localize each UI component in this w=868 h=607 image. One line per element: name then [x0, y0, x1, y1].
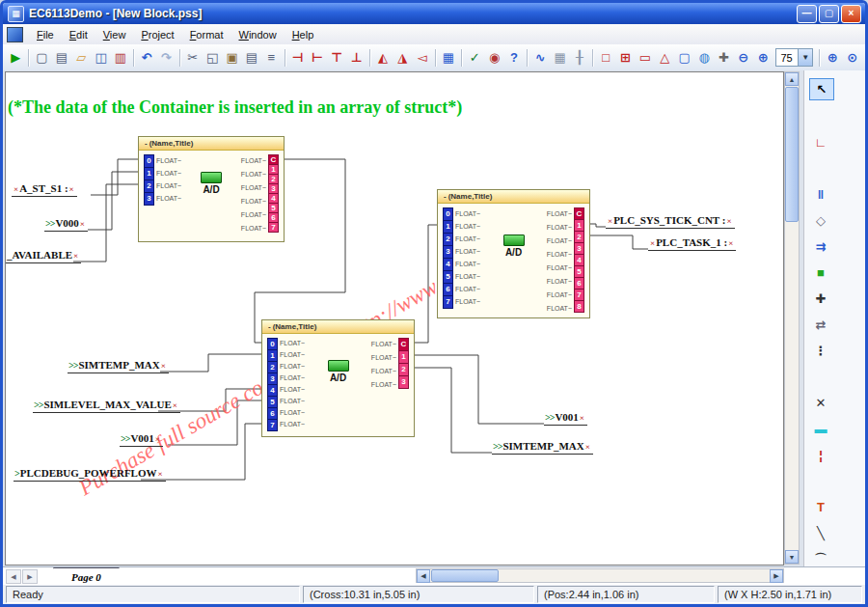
input-pin[interactable]: 2 [443, 234, 453, 246]
menu-window[interactable]: Window [231, 26, 284, 43]
diagram-canvas[interactable]: (*The data of the Container is inserted … [5, 71, 784, 566]
diagram-label[interactable]: _AVAILABLE× [6, 249, 81, 263]
input-pin[interactable]: 1 [267, 350, 278, 362]
input-pin[interactable]: 3 [443, 246, 453, 259]
input-pin[interactable]: 3 [267, 373, 278, 385]
input-pin[interactable]: 1 [443, 221, 453, 234]
output-pin[interactable]: C [268, 154, 279, 165]
menu-view[interactable]: View [95, 26, 134, 43]
chevron-down-icon[interactable]: ▼ [798, 49, 812, 66]
scroll-left-button[interactable]: ◀ [417, 569, 430, 583]
diagram-label[interactable]: >>SIMTEMP_MAX× [492, 440, 593, 455]
input-pin[interactable]: 6 [443, 284, 453, 296]
input-pin[interactable]: 7 [267, 420, 278, 431]
output-pin[interactable]: 1 [574, 220, 584, 232]
group-button[interactable]: ▭ [636, 46, 655, 69]
input-pin[interactable]: 5 [443, 271, 453, 284]
pan-button[interactable]: ✚ [714, 46, 733, 69]
output-pin[interactable]: 5 [268, 204, 279, 213]
output-pin[interactable]: 3 [574, 243, 584, 255]
input-pin[interactable]: 5 [267, 397, 278, 408]
flow-arrows-tool[interactable]: ⇉ [809, 236, 832, 257]
output-pin[interactable]: 1 [268, 165, 279, 175]
monitor-button[interactable]: ◉ [484, 46, 503, 69]
scroll-right-button[interactable]: ▶ [770, 569, 783, 583]
dashed-line-tool[interactable]: ¦ [809, 445, 832, 465]
menu-project[interactable]: Project [133, 26, 181, 43]
input-pin[interactable]: 0 [443, 207, 453, 221]
diagram-label[interactable]: >>V001× [120, 432, 163, 447]
menu-file[interactable]: File [29, 26, 62, 43]
output-pin[interactable]: 3 [398, 376, 409, 389]
crosshair-tool[interactable]: ✚ [809, 289, 832, 309]
horizontal-scroll-thumb[interactable] [431, 569, 499, 582]
zoom-fit-button[interactable]: ⊕ [823, 46, 842, 69]
input-pin[interactable]: 2 [267, 362, 278, 373]
output-pin[interactable]: 7 [574, 290, 584, 301]
input-pin[interactable]: 0 [267, 338, 278, 350]
input-pin[interactable]: 2 [144, 180, 154, 193]
text-tool[interactable]: T [809, 497, 832, 517]
cyan-shape-tool[interactable]: ▬ [809, 419, 832, 439]
align-top-button[interactable]: ⊤ [327, 46, 346, 69]
vertical-scroll-thumb[interactable] [785, 87, 799, 222]
diagram-label[interactable]: ×PLC_SYS_TICK_CNT :× [606, 214, 735, 229]
vertical-scrollbar[interactable]: ▲ ▼ [784, 71, 800, 565]
output-pin[interactable]: 4 [268, 194, 279, 204]
output-pin[interactable]: 2 [574, 232, 584, 243]
book-button[interactable]: ▥ [111, 46, 130, 69]
tab-prev-button[interactable]: ◀ [6, 569, 21, 584]
output-pin[interactable]: C [574, 207, 584, 220]
wire[interactable] [588, 224, 606, 227]
wire[interactable] [413, 368, 492, 453]
frame-button[interactable]: □ [596, 46, 615, 69]
run-button[interactable]: ▶ [6, 46, 25, 69]
wire[interactable] [88, 172, 138, 230]
mirror-button[interactable]: ◅ [413, 46, 432, 69]
distribute-button[interactable]: ⊞ [615, 46, 635, 69]
output-pin[interactable]: 7 [268, 223, 279, 233]
connector-tool[interactable]: ∟ [809, 132, 832, 152]
filled-rect-tool[interactable]: ■ [809, 262, 832, 283]
input-pin[interactable]: 4 [267, 385, 278, 397]
node-tool[interactable]: ✕ [809, 393, 832, 413]
minimize-button[interactable]: — [797, 5, 817, 23]
function-block[interactable]: -(Name,Title)01234567C12345678FLOAT~FLOA… [437, 189, 590, 318]
diagram-label[interactable]: >PLCDEBUG_POWERFLOW× [14, 467, 166, 482]
output-pin[interactable]: 6 [268, 213, 279, 223]
diagram-label[interactable]: >>SIMTEMP_MAX× [68, 359, 169, 373]
shape-button[interactable]: △ [655, 46, 674, 69]
diagram-label[interactable]: ×PLC_TASK_1 :× [648, 236, 736, 251]
h-arrows-tool[interactable]: ⇄ [809, 315, 832, 335]
table-button[interactable]: ▦ [439, 46, 458, 69]
zoom-page-button[interactable]: ⊙ [842, 46, 861, 69]
diagram-label[interactable]: ×A_ST_S1 :× [12, 182, 77, 197]
zoom-out-button[interactable]: ⊖ [734, 46, 753, 69]
scroll-up-button[interactable]: ▲ [785, 72, 799, 86]
new-button[interactable]: ▢ [32, 46, 51, 69]
tab-next-button[interactable]: ▶ [22, 569, 38, 584]
wire[interactable] [91, 159, 138, 195]
input-pin[interactable]: 6 [267, 408, 278, 420]
print-preview-button[interactable]: ▤ [52, 46, 71, 69]
align-right-button[interactable]: ⊢ [308, 46, 327, 69]
close-button[interactable]: × [841, 5, 861, 23]
output-pin[interactable]: 8 [574, 301, 584, 313]
output-pin[interactable]: 1 [398, 351, 409, 364]
maximize-button[interactable]: ▢ [819, 5, 839, 23]
horizontal-scrollbar[interactable]: ◀ ▶ [416, 568, 784, 583]
grid-button[interactable]: ▦ [550, 46, 569, 69]
output-pin[interactable]: 2 [398, 364, 409, 376]
print-button[interactable]: ▤ [242, 46, 261, 69]
wire[interactable] [413, 355, 544, 424]
open-button[interactable]: ▱ [71, 46, 91, 69]
ruler-button[interactable]: ╂ [570, 46, 589, 69]
function-block[interactable]: -(Name,Title)0123C1234567FLOAT~FLOAT~FLO… [138, 136, 285, 242]
save-button[interactable]: ◫ [91, 46, 110, 69]
input-pin[interactable]: 0 [144, 154, 154, 168]
undo-button[interactable]: ↶ [137, 46, 156, 69]
function-block[interactable]: -(Name,Title)01234567C123FLOAT~FLOAT~FLO… [261, 319, 415, 437]
select-tool[interactable]: ↖ [809, 78, 834, 100]
canvas-frame-button[interactable]: ▢ [675, 46, 694, 69]
diagram-label[interactable]: >>V000× [44, 217, 88, 232]
